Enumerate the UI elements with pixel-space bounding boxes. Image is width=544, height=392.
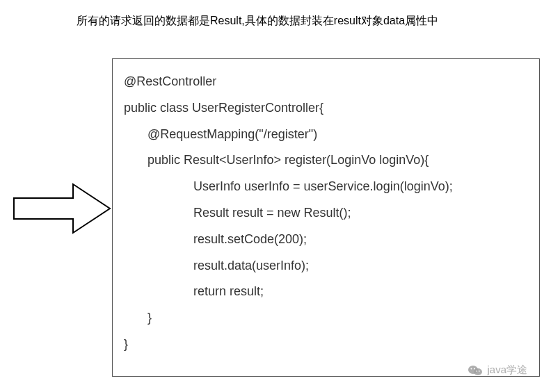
code-line: @RestController: [124, 69, 528, 95]
svg-point-2: [474, 368, 482, 375]
header-description: 所有的请求返回的数据都是Result,具体的数据封装在result对象data属…: [77, 14, 438, 28]
code-line: public Result<UserInfo> register(LoginVo…: [124, 147, 528, 174]
svg-point-6: [479, 370, 481, 372]
code-line: result.data(userInfo);: [124, 253, 528, 279]
code-line: Result result = new Result();: [124, 200, 528, 227]
code-line: return result;: [124, 279, 528, 305]
code-line: }: [124, 305, 528, 332]
code-block: @RestController public class UserRegiste…: [112, 58, 540, 377]
arrow-icon: [7, 181, 111, 236]
watermark-text: java学途: [487, 364, 527, 377]
code-line: public class UserRegisterController{: [124, 95, 528, 122]
svg-point-3: [471, 368, 472, 369]
wechat-icon: [467, 364, 483, 377]
svg-point-5: [477, 370, 478, 372]
svg-point-4: [474, 368, 475, 369]
code-line: UserInfo userInfo = userService.login(lo…: [124, 174, 528, 200]
code-line: }: [124, 332, 528, 358]
code-line: @RequestMapping("/register"): [124, 122, 528, 148]
svg-marker-0: [14, 184, 110, 233]
code-line: result.setCode(200);: [124, 227, 528, 253]
watermark: java学途: [467, 364, 527, 377]
